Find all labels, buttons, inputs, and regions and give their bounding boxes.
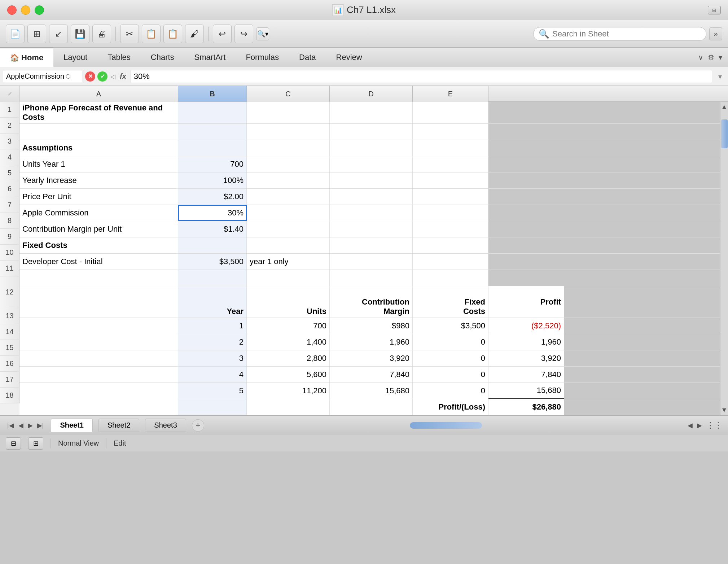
resize-handle[interactable]: ⋮⋮ — [706, 421, 722, 430]
cell-f18[interactable]: $26,880 — [488, 399, 564, 415]
save-button[interactable]: 💾 — [71, 25, 89, 43]
cell-a8[interactable]: Contribution Margin per Unit — [19, 221, 178, 237]
cell-e17[interactable]: 0 — [413, 383, 488, 399]
ribbon-layout[interactable]: Layout — [53, 48, 97, 67]
cell-d4[interactable] — [330, 156, 413, 172]
undo-button[interactable]: ↩ — [213, 25, 232, 43]
cell-b3[interactable] — [178, 140, 247, 156]
cell-e16[interactable]: 0 — [413, 367, 488, 382]
row-header-5[interactable]: 5 — [0, 165, 19, 181]
scroll-up-button[interactable]: ▲ — [720, 102, 728, 112]
formula-confirm-button[interactable]: ✓ — [97, 71, 108, 82]
cell-a2[interactable] — [19, 124, 178, 140]
ribbon-settings-arrow[interactable]: ▾ — [719, 53, 722, 62]
cell-d17[interactable]: 15,680 — [330, 383, 413, 399]
row-header-9[interactable]: 9 — [0, 229, 19, 245]
cell-f12[interactable]: Profit — [488, 286, 564, 318]
cell-c2[interactable] — [247, 124, 330, 140]
cell-f16[interactable]: 7,840 — [488, 367, 564, 382]
cell-e13[interactable]: $3,500 — [413, 318, 488, 334]
cell-d2[interactable] — [330, 124, 413, 140]
cell-a3[interactable]: Assumptions — [19, 140, 178, 156]
cell-e6[interactable] — [413, 189, 488, 205]
ribbon-tables[interactable]: Tables — [97, 48, 141, 67]
cell-c7[interactable] — [247, 205, 330, 221]
cell-a5[interactable]: Yearly Increase — [19, 172, 178, 188]
row-header-3[interactable]: 3 — [0, 134, 19, 149]
cell-d6[interactable] — [330, 189, 413, 205]
ribbon-review[interactable]: Review — [326, 48, 372, 67]
cell-c15[interactable]: 2,800 — [247, 350, 330, 366]
row-header-18[interactable]: 18 — [0, 388, 19, 403]
cell-e4[interactable] — [413, 156, 488, 172]
row-header-15[interactable]: 15 — [0, 340, 19, 356]
first-sheet-button[interactable]: |◀ — [6, 421, 16, 430]
row-header-1[interactable]: 1 — [0, 102, 19, 118]
cell-b2[interactable] — [178, 124, 247, 140]
cell-a16[interactable] — [19, 367, 178, 382]
ribbon-home[interactable]: 🏠 Home — [0, 48, 53, 67]
cut-button[interactable]: ✂ — [120, 25, 139, 43]
search-input[interactable] — [552, 29, 701, 39]
open-button[interactable]: ↙ — [49, 25, 68, 43]
ribbon-settings-button[interactable]: ⚙ — [708, 53, 714, 62]
cell-b7[interactable]: 30% — [178, 205, 247, 221]
cell-e5[interactable] — [413, 172, 488, 188]
row-header-7[interactable]: 7 — [0, 197, 19, 213]
cell-a7[interactable]: Apple Commission — [19, 205, 178, 221]
cell-b5[interactable]: 100% — [178, 172, 247, 188]
ribbon-charts[interactable]: Charts — [141, 48, 184, 67]
search-box[interactable]: 🔍 — [533, 27, 706, 41]
cell-d12[interactable]: Contribution Margin — [330, 286, 413, 318]
name-box[interactable]: AppleCommission ⬡ — [3, 70, 82, 83]
close-button[interactable] — [7, 5, 17, 15]
cell-d8[interactable] — [330, 221, 413, 237]
cell-c18[interactable] — [247, 399, 330, 415]
cell-c17[interactable]: 11,200 — [247, 383, 330, 399]
cell-e1[interactable] — [413, 102, 488, 123]
cell-a13[interactable] — [19, 318, 178, 334]
cell-f14[interactable]: 1,960 — [488, 334, 564, 350]
formula-bar-end-button[interactable]: ▾ — [715, 72, 725, 81]
cell-b14[interactable]: 2 — [178, 334, 247, 350]
cell-d13[interactable]: $980 — [330, 318, 413, 334]
row-header-17[interactable]: 17 — [0, 372, 19, 388]
cell-c16[interactable]: 5,600 — [247, 367, 330, 382]
minimize-button[interactable] — [21, 5, 30, 15]
sheet-tab-3[interactable]: Sheet3 — [145, 419, 186, 432]
cell-a4[interactable]: Units Year 1 — [19, 156, 178, 172]
col-header-d[interactable]: D — [330, 86, 413, 102]
horizontal-scrollbar-thumb[interactable] — [410, 422, 482, 429]
cell-b6[interactable]: $2.00 — [178, 189, 247, 205]
scroll-thumb[interactable] — [721, 119, 728, 148]
window-expand-button[interactable]: ⊟ — [708, 6, 721, 14]
cell-d9[interactable] — [330, 237, 413, 253]
maximize-button[interactable] — [35, 5, 44, 15]
cell-c9[interactable] — [247, 237, 330, 253]
cell-d3[interactable] — [330, 140, 413, 156]
cell-b4[interactable]: 700 — [178, 156, 247, 172]
cell-e12[interactable]: Fixed Costs — [413, 286, 488, 318]
row-header-12[interactable]: 12 — [0, 276, 19, 308]
cell-b8[interactable]: $1.40 — [178, 221, 247, 237]
row-header-16[interactable]: 16 — [0, 356, 19, 372]
ribbon-data[interactable]: Data — [289, 48, 326, 67]
cell-d1[interactable] — [330, 102, 413, 123]
paste-button[interactable]: 📋 — [163, 25, 182, 43]
cell-c5[interactable] — [247, 172, 330, 188]
cell-c8[interactable] — [247, 221, 330, 237]
cell-c12[interactable]: Units — [247, 286, 330, 318]
formula-cancel-button[interactable]: ✕ — [85, 71, 95, 82]
cell-b1[interactable] — [178, 102, 247, 123]
cell-b12[interactable]: Year — [178, 286, 247, 318]
cell-b11[interactable] — [178, 270, 247, 286]
cell-a10[interactable]: Developer Cost - Initial — [19, 254, 178, 270]
cell-d5[interactable] — [330, 172, 413, 188]
col-header-c[interactable]: C — [247, 86, 330, 102]
cell-e8[interactable] — [413, 221, 488, 237]
row-header-10[interactable]: 10 — [0, 245, 19, 261]
search-dropdown-button[interactable]: 🔍▾ — [256, 27, 269, 40]
row-header-2[interactable]: 2 — [0, 118, 19, 134]
cell-d18[interactable] — [330, 399, 413, 415]
cell-e9[interactable] — [413, 237, 488, 253]
